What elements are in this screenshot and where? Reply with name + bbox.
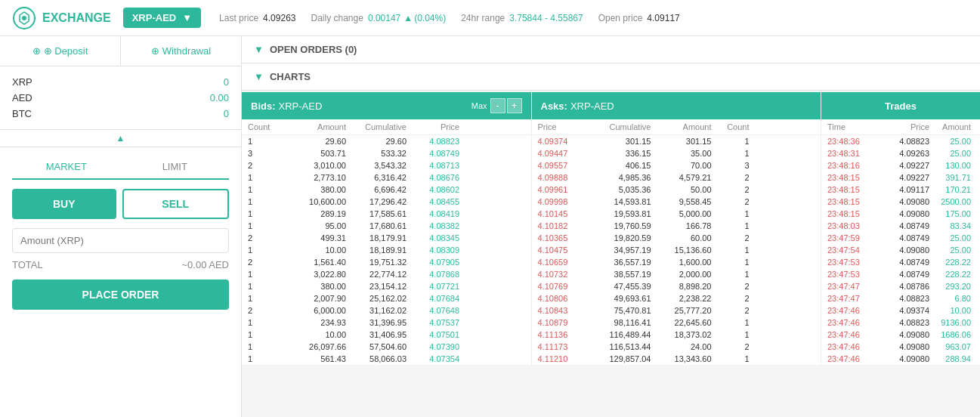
bid-count: 1: [248, 294, 286, 303]
asks-col-price: Price: [538, 122, 591, 131]
svg-point-1: [22, 16, 26, 20]
ask-count: 2: [712, 185, 750, 194]
ask-price: 4.10145: [538, 209, 591, 218]
ask-count: 1: [712, 354, 750, 363]
table-row: 2 6,000.00 31,162.02 4.07648: [242, 304, 531, 317]
bid-count: 1: [248, 330, 286, 339]
sell-button[interactable]: SELL: [122, 189, 230, 219]
bid-cumulative: 22,774.12: [346, 270, 407, 279]
trade-price: 4.09080: [880, 330, 929, 339]
charts-chevron: ▼: [254, 71, 264, 82]
open-orders-chevron: ▼: [254, 44, 264, 55]
pair-selector[interactable]: XRP-AED ▼: [123, 8, 201, 28]
withdrawal-label: Withdrawal: [162, 45, 211, 57]
bid-cumulative: 17,680.61: [346, 221, 407, 230]
ask-amount: 2,238.22: [651, 294, 712, 303]
ask-amount: 35.00: [651, 149, 712, 158]
ask-amount: 8,898.20: [651, 282, 712, 291]
table-row: 4.10182 19,760.59 166.78 1: [532, 220, 821, 232]
table-row: 4.10732 38,557.19 2,000.00 1: [532, 268, 821, 280]
trade-amount: 9136.00: [929, 318, 971, 327]
ask-price: 4.09447: [538, 149, 591, 158]
bid-count: 1: [248, 354, 286, 363]
tab-limit[interactable]: LIMIT: [121, 155, 230, 178]
deposit-button[interactable]: ⊕ ⊕ Deposit: [0, 36, 120, 66]
bid-amount: 380.00: [286, 185, 346, 194]
bid-price: 4.08823: [407, 137, 459, 146]
deposit-icon: ⊕: [32, 45, 41, 57]
trade-tabs: MARKET LIMIT: [12, 155, 229, 180]
table-row: 4.11210 129,857.04 13,343.60 1: [532, 353, 821, 365]
trade-price: 4.08786: [880, 282, 929, 291]
trade-price: 4.09080: [880, 209, 929, 218]
table-row: 1 234.93 31,396.95 4.07537: [242, 317, 531, 329]
ask-price: 4.10365: [538, 233, 591, 242]
ask-price: 4.11210: [538, 354, 591, 363]
bid-count: 1: [248, 246, 286, 255]
bid-cumulative: 3,543.32: [346, 161, 407, 170]
ask-price: 4.09998: [538, 197, 591, 206]
bids-col-headers: Count Amount Cumulative Price: [242, 119, 531, 135]
charts-header[interactable]: ▼ CHARTS: [242, 63, 980, 90]
ask-cumulative: 49,693.61: [591, 294, 651, 303]
table-row: 23:47:46 4.09374 10.00: [821, 304, 980, 317]
max-minus-button[interactable]: -: [490, 98, 505, 113]
bid-price: 4.07905: [407, 258, 459, 267]
bid-cumulative: 17,585.61: [346, 209, 407, 218]
trade-amount: 25.00: [929, 233, 971, 242]
ask-cumulative: 19,593.81: [591, 209, 651, 218]
trade-amount: 25.00: [929, 137, 971, 146]
balance-xrp-value: 0: [224, 76, 229, 88]
trade-amount: 293.20: [929, 282, 971, 291]
trades-header: Trades: [821, 92, 980, 119]
table-row: 23:48:15 4.09080 2500.00: [821, 196, 980, 208]
bid-price: 4.08455: [407, 197, 459, 206]
trade-time: 23:48:31: [827, 149, 880, 158]
table-row: 1 26,097.66 57,504.60 4.07390: [242, 341, 531, 353]
table-row: 23:47:54 4.09080 25.00: [821, 244, 980, 256]
logo: EXCHANGE: [12, 6, 111, 30]
ask-cumulative: 47,455.39: [591, 282, 651, 291]
withdrawal-button[interactable]: ⊕ Withdrawal: [121, 36, 241, 66]
range-label: 24hr range: [461, 13, 505, 23]
tab-market[interactable]: MARKET: [12, 155, 121, 180]
balance-aed-label: AED: [12, 92, 32, 103]
collapse-btn[interactable]: ▲: [0, 130, 241, 147]
table-row: 1 380.00 23,154.12 4.07721: [242, 280, 531, 292]
bid-amount: 29.60: [286, 137, 346, 146]
bid-cumulative: 58,066.03: [346, 354, 407, 363]
ask-count: 2: [712, 282, 750, 291]
bid-count: 1: [248, 197, 286, 206]
trade-amount: 25.00: [929, 246, 971, 255]
trade-price: 4.09117: [880, 185, 929, 194]
amount-input[interactable]: [12, 228, 229, 253]
max-plus-button[interactable]: +: [507, 98, 522, 113]
header: EXCHANGE XRP-AED ▼ Last price 4.09263 Da…: [0, 0, 980, 36]
trade-amount: 10.00: [929, 306, 971, 315]
bid-count: 1: [248, 185, 286, 194]
ask-amount: 13,343.60: [651, 354, 712, 363]
table-row: 4.09374 301.15 301.15 1: [532, 135, 821, 147]
place-order-button[interactable]: PLACE ORDER: [12, 280, 229, 310]
bid-cumulative: 18,189.91: [346, 246, 407, 255]
ask-price: 4.10879: [538, 318, 591, 327]
table-row: 1 3,022.80 22,774.12 4.07868: [242, 268, 531, 280]
table-row: 23:47:47 4.08786 293.20: [821, 280, 980, 292]
daily-change-label: Daily change: [311, 13, 363, 23]
bid-amount: 499.31: [286, 233, 346, 242]
total-label: TOTAL: [12, 259, 43, 270]
table-row: 1 561.43 58,066.03 4.07354: [242, 353, 531, 365]
ask-cumulative: 19,820.59: [591, 233, 651, 242]
max-label: Max: [471, 101, 487, 110]
bids-section: Bids: XRP-AED Max - + Count Amount Cumul…: [242, 92, 532, 365]
table-row: 1 95.00 17,680.61 4.08382: [242, 220, 531, 232]
open-orders-header[interactable]: ▼ OPEN ORDERS (0): [242, 36, 980, 63]
ask-amount: 70.00: [651, 161, 712, 170]
trade-price: 4.08823: [880, 294, 929, 303]
bid-count: 1: [248, 173, 286, 182]
ask-price: 4.09888: [538, 173, 591, 182]
table-row: 23:48:16 4.09227 130.00: [821, 159, 980, 171]
ask-count: 1: [712, 258, 750, 267]
buy-button[interactable]: BUY: [12, 189, 116, 219]
table-row: 2 499.31 18,179.91 4.08345: [242, 232, 531, 244]
